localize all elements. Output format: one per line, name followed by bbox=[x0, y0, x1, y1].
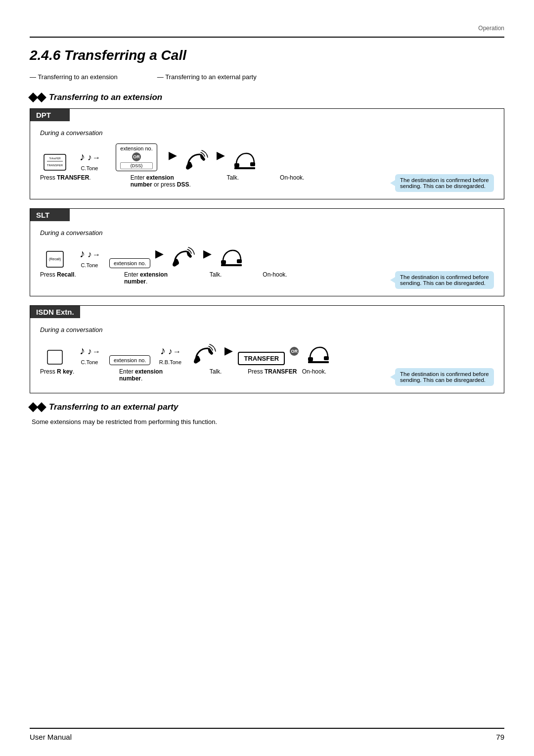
slt-ctone-icon: ♪ ♪ → bbox=[79, 243, 100, 261]
slt-ext-bold: extensionnumber bbox=[124, 271, 168, 285]
slt-step4 bbox=[169, 246, 198, 268]
dpt-step3: extension no. OR (DSS) bbox=[109, 143, 164, 171]
isdn-onhook-icon bbox=[306, 343, 331, 365]
isdn-desc1: Press R key. bbox=[40, 368, 80, 375]
talk-icon bbox=[183, 149, 211, 171]
dpt-dss-bold: DSS bbox=[177, 181, 189, 188]
dpt-step5 bbox=[230, 149, 260, 171]
toc-item-1: — Transferring to an extension bbox=[30, 73, 118, 81]
svg-text:♪: ♪ bbox=[168, 346, 173, 356]
svg-text:TRANSFER: TRANSFER bbox=[47, 164, 63, 167]
isdn-rbtone-icon: ♪ ♪ → bbox=[159, 340, 181, 358]
diamond2 bbox=[37, 93, 46, 102]
ctone-icon: ♪ ♪ → bbox=[79, 146, 100, 164]
section2-heading-text: Transferring to an external party bbox=[49, 402, 178, 412]
slt-ctone-label: C.Tone bbox=[81, 262, 98, 268]
svg-rect-8 bbox=[250, 162, 255, 166]
slt-arrow1: ▶ bbox=[155, 247, 164, 260]
isdn-step4: ♪ ♪ → R.B.Tone bbox=[155, 340, 185, 365]
isdn-header: ISDN Extn. bbox=[30, 306, 80, 318]
isdn-step-row: ♪ ♪ → C.Tone extension no. ♪ ♪ bbox=[40, 340, 494, 365]
section2-note: Some extensions may be restricted from p… bbox=[32, 418, 504, 425]
slt-arrow2: ▶ bbox=[203, 247, 212, 260]
isdn-bubble: The destination is confirmed before send… bbox=[395, 368, 494, 386]
slt-content: During a conversation (Recall) ♪ ♪ → bbox=[30, 221, 504, 296]
isdn-desc6: Press TRANSFER bbox=[248, 368, 297, 375]
section2-heading: Transferring to an external party bbox=[30, 402, 504, 412]
footer-right: 79 bbox=[496, 733, 504, 741]
svg-text:♪: ♪ bbox=[88, 249, 92, 259]
isdn-talk-icon bbox=[191, 343, 219, 365]
diamond4 bbox=[37, 402, 46, 412]
slt-desc4: Talk. bbox=[198, 271, 233, 278]
toc-links: — Transferring to an extension — Transfe… bbox=[30, 73, 504, 81]
svg-rect-27 bbox=[308, 361, 329, 363]
dpt-content: During a conversation TrAnsFER TRANSFER bbox=[30, 121, 504, 199]
arrow1: ▶ bbox=[169, 149, 177, 162]
svg-text:♪: ♪ bbox=[80, 247, 85, 260]
isdn-desc7: On-hook. bbox=[302, 368, 326, 375]
isdn-arrow1: ▶ bbox=[224, 344, 233, 357]
svg-rect-16 bbox=[237, 259, 242, 263]
svg-text:(Recall): (Recall) bbox=[49, 257, 61, 261]
section1-heading-text: Transferring to an extension bbox=[49, 93, 162, 102]
isdn-ctone-icon: ♪ ♪ → bbox=[79, 340, 100, 358]
dpt-extno-box: extension no. OR (DSS) bbox=[116, 143, 157, 171]
isdn-box: ISDN Extn. During a conversation ♪ ♪ → bbox=[30, 305, 504, 393]
arrow2: ▶ bbox=[217, 149, 225, 162]
dpt-extno-label: extension no. bbox=[120, 145, 152, 151]
svg-text:→: → bbox=[92, 153, 100, 162]
toc-item-2: — Transferring to an external party bbox=[157, 73, 257, 81]
dpt-desc1: Press TRANSFER. bbox=[40, 174, 91, 181]
slt-step1: (Recall) bbox=[40, 250, 70, 268]
transfer-button-icon: TrAnsFER TRANSFER bbox=[43, 153, 67, 171]
isdn-step5 bbox=[190, 343, 220, 365]
footer-left: User Manual bbox=[30, 733, 72, 741]
svg-rect-17 bbox=[221, 264, 242, 266]
diamond-icon bbox=[30, 94, 45, 101]
svg-text:♪: ♪ bbox=[160, 344, 166, 357]
svg-rect-15 bbox=[221, 260, 226, 264]
slt-desc-row: Press Recall. Enter extensionnumber. Tal… bbox=[40, 271, 494, 289]
dpt-desc4: Talk. bbox=[216, 174, 250, 181]
isdn-rbtone-label: R.B.Tone bbox=[159, 359, 181, 365]
slt-header: SLT bbox=[30, 209, 70, 221]
dpt-desc-row: Press TRANSFER. Enter extensionnumber or… bbox=[40, 174, 494, 192]
recall-button-icon: (Recall) bbox=[45, 250, 64, 268]
isdn-or-circle: OR bbox=[290, 347, 299, 356]
isdn-extno-label: extension no. bbox=[114, 357, 146, 363]
isdn-ext-bold: extensionnumber bbox=[119, 368, 163, 382]
dpt-bubble: The destination is confirmed before send… bbox=[395, 174, 494, 192]
svg-text:♪: ♪ bbox=[88, 152, 92, 162]
slt-step-row: (Recall) ♪ ♪ → C.Tone extension no. bbox=[40, 243, 494, 268]
dpt-or-badge: OR bbox=[132, 152, 141, 161]
slt-bubble: The destination is confirmed before send… bbox=[395, 271, 494, 289]
svg-text:→: → bbox=[173, 347, 181, 356]
isdn-descs: Press R key. Enter extensionnumber. Talk… bbox=[40, 368, 390, 382]
slt-recall-bold: Recall bbox=[57, 271, 74, 278]
dpt-during: During a conversation bbox=[40, 129, 494, 137]
svg-rect-18 bbox=[47, 350, 62, 364]
dpt-transfer-bold: TRANSFER bbox=[57, 174, 89, 181]
isdn-step3: extension no. bbox=[109, 355, 150, 365]
svg-text:♪: ♪ bbox=[88, 346, 92, 356]
dpt-desc3: Enter extensionnumber or press DSS. bbox=[131, 174, 191, 188]
isdn-extno-box: extension no. bbox=[109, 355, 150, 365]
slt-onhook-icon bbox=[219, 246, 244, 268]
isdn-desc3: Enter extensionnumber. bbox=[119, 368, 164, 382]
rkey-icon bbox=[46, 349, 63, 365]
footer: User Manual 79 bbox=[30, 728, 504, 741]
slt-extno-box: extension no. bbox=[109, 258, 150, 268]
dpt-box: DPT During a conversation TrAnsFER TRANS… bbox=[30, 108, 504, 199]
isdn-step1 bbox=[40, 349, 70, 365]
slt-during: During a conversation bbox=[40, 229, 494, 236]
svg-text:♪: ♪ bbox=[80, 344, 85, 357]
isdn-desc5: Talk. bbox=[203, 368, 228, 375]
slt-step5 bbox=[217, 246, 246, 268]
svg-text:→: → bbox=[92, 250, 100, 259]
dpt-step4 bbox=[182, 149, 212, 171]
isdn-or: OR bbox=[290, 346, 299, 356]
dpt-ctone-label: C.Tone bbox=[81, 165, 98, 171]
isdn-step7 bbox=[304, 343, 333, 365]
dpt-extension-bold: extensionnumber bbox=[131, 174, 174, 188]
